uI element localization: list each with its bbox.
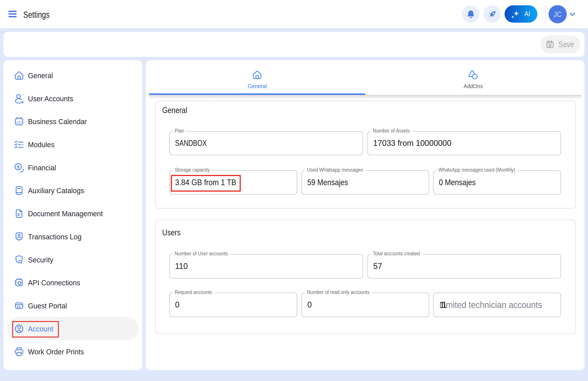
svg-text:$: $ [17,164,19,169]
